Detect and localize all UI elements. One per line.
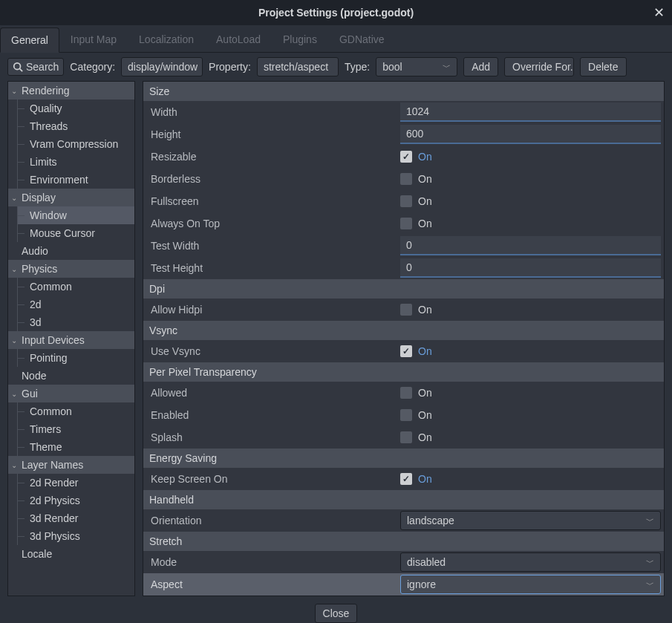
select-dropdown[interactable]: landscape﹀ bbox=[400, 511, 661, 530]
tree-item-2d-render[interactable]: 2d Render bbox=[18, 474, 134, 492]
tree-item-threads[interactable]: Threads bbox=[18, 117, 134, 135]
checkbox-wrap[interactable]: On bbox=[400, 173, 661, 185]
number-input[interactable]: 0 bbox=[400, 236, 661, 255]
tree-item-vram-compression[interactable]: Vram Compression bbox=[18, 135, 134, 153]
tree-item-limits[interactable]: Limits bbox=[18, 153, 134, 171]
close-icon[interactable]: ✕ bbox=[653, 4, 665, 21]
checkbox-text: On bbox=[418, 345, 432, 357]
property-panel[interactable]: SizeWidth1024Height600ResizableOnBorderl… bbox=[143, 81, 665, 596]
property-row-orientation: Orientationlandscape﹀ bbox=[143, 509, 664, 532]
number-input[interactable]: 1024 bbox=[400, 102, 661, 122]
checkbox-wrap[interactable]: On bbox=[400, 304, 661, 316]
property-value: On bbox=[400, 173, 664, 185]
property-label: Test Width bbox=[143, 236, 400, 255]
select-dropdown[interactable]: disabled﹀ bbox=[400, 552, 661, 572]
tree-item-3d-physics[interactable]: 3d Physics bbox=[18, 527, 134, 545]
tree-item-window[interactable]: Window bbox=[18, 206, 134, 224]
tree-item-timers[interactable]: Timers bbox=[18, 420, 134, 438]
property-value: On bbox=[400, 304, 664, 316]
close-button[interactable]: Close bbox=[315, 604, 358, 623]
tree-category-input-devices[interactable]: ⌄Input Devices bbox=[8, 331, 134, 349]
checkbox-wrap[interactable]: On bbox=[400, 345, 661, 357]
checkbox-wrap[interactable]: On bbox=[400, 387, 661, 399]
category-tree[interactable]: ⌄RenderingQualityThreadsVram Compression… bbox=[7, 81, 135, 596]
tree-item-quality[interactable]: Quality bbox=[18, 100, 134, 117]
tree-category-layer-names[interactable]: ⌄Layer Names bbox=[8, 456, 134, 474]
tree-item-label: Rendering bbox=[22, 85, 70, 97]
checkbox[interactable] bbox=[400, 173, 412, 185]
project-settings-dialog: Project Settings (project.godot) ✕ Gener… bbox=[0, 0, 672, 623]
type-label: Type: bbox=[345, 61, 370, 73]
tree-item-mouse-cursor[interactable]: Mouse Cursor bbox=[18, 224, 134, 242]
property-row-always-on-top: Always On TopOn bbox=[143, 212, 664, 235]
tree-category-display[interactable]: ⌄Display bbox=[8, 189, 134, 206]
property-row-test-height: Test Height0 bbox=[143, 257, 664, 279]
tree-item-common[interactable]: Common bbox=[18, 402, 134, 420]
checkbox[interactable] bbox=[400, 218, 412, 229]
checkbox[interactable] bbox=[400, 409, 412, 421]
property-row-splash: SplashOn bbox=[143, 426, 664, 449]
tree-item-pointing[interactable]: Pointing bbox=[18, 349, 134, 367]
checkbox-wrap[interactable]: On bbox=[400, 195, 661, 207]
checkbox[interactable] bbox=[400, 151, 412, 163]
property-value: disabled﹀ bbox=[400, 552, 664, 572]
add-button[interactable]: Add bbox=[463, 57, 498, 76]
tree-category-gui[interactable]: ⌄Gui bbox=[8, 385, 134, 402]
property-label: Width bbox=[143, 102, 400, 122]
override-button[interactable]: Override For... bbox=[504, 57, 574, 76]
checkbox-text: On bbox=[418, 218, 432, 229]
property-input[interactable]: stretch/aspect bbox=[257, 57, 339, 76]
tree-category-rendering[interactable]: ⌄Rendering bbox=[8, 82, 134, 100]
category-label: Category: bbox=[70, 61, 115, 73]
footer: Close bbox=[0, 596, 672, 623]
tree-category-physics[interactable]: ⌄Physics bbox=[8, 260, 134, 278]
tree-item-2d-physics[interactable]: 2d Physics bbox=[18, 492, 134, 509]
svg-line-1 bbox=[20, 69, 23, 72]
tab-input-map[interactable]: Input Map bbox=[59, 27, 128, 52]
category-input[interactable]: display/window bbox=[121, 57, 203, 76]
tree-item-3d[interactable]: 3d bbox=[18, 313, 134, 331]
tree-item-environment[interactable]: Environment bbox=[18, 171, 134, 189]
tab-plugins[interactable]: Plugins bbox=[272, 27, 328, 52]
tab-general[interactable]: General bbox=[0, 27, 59, 53]
tab-gdnative[interactable]: GDNative bbox=[328, 27, 396, 52]
tree-category-locale[interactable]: Locale bbox=[8, 545, 134, 563]
checkbox-wrap[interactable]: On bbox=[400, 473, 661, 485]
checkbox[interactable] bbox=[400, 473, 412, 485]
section-header-energy-saving: Energy Saving bbox=[143, 449, 664, 468]
checkbox[interactable] bbox=[400, 431, 412, 443]
chevron-down-icon: ⌄ bbox=[11, 87, 20, 95]
property-label: Borderless bbox=[143, 169, 400, 189]
tree-item-theme[interactable]: Theme bbox=[18, 438, 134, 456]
checkbox-wrap[interactable]: On bbox=[400, 218, 661, 229]
property-label: Splash bbox=[143, 428, 400, 447]
checkbox-text: On bbox=[418, 409, 432, 421]
checkbox[interactable] bbox=[400, 195, 412, 207]
tab-autoload[interactable]: AutoLoad bbox=[205, 27, 272, 52]
number-input[interactable]: 0 bbox=[400, 258, 661, 278]
chevron-down-icon: ⌄ bbox=[11, 265, 20, 273]
property-value: ignore﹀ bbox=[400, 575, 664, 594]
checkbox-text: On bbox=[418, 304, 432, 316]
number-input[interactable]: 600 bbox=[400, 125, 661, 144]
select-dropdown[interactable]: ignore﹀ bbox=[400, 575, 661, 594]
delete-button[interactable]: Delete bbox=[580, 57, 626, 76]
search-box[interactable]: Search bbox=[7, 58, 64, 76]
property-row-mode: Modedisabled﹀ bbox=[143, 551, 664, 573]
checkbox-wrap[interactable]: On bbox=[400, 151, 661, 163]
tab-localization[interactable]: Localization bbox=[128, 27, 205, 52]
checkbox-wrap[interactable]: On bbox=[400, 409, 661, 421]
tree-category-audio[interactable]: Audio bbox=[8, 242, 134, 260]
type-select[interactable]: bool ﹀ bbox=[376, 57, 457, 76]
property-row-width: Width1024 bbox=[143, 101, 664, 123]
checkbox[interactable] bbox=[400, 345, 412, 357]
checkbox-wrap[interactable]: On bbox=[400, 431, 661, 443]
checkbox[interactable] bbox=[400, 304, 412, 316]
tree-item-3d-render[interactable]: 3d Render bbox=[18, 509, 134, 527]
tree-item-2d[interactable]: 2d bbox=[18, 296, 134, 313]
checkbox[interactable] bbox=[400, 387, 412, 399]
tree-category-node[interactable]: Node bbox=[8, 367, 134, 385]
section-header-handheld: Handheld bbox=[143, 490, 664, 509]
property-row-allow-hidpi: Allow HidpiOn bbox=[143, 299, 664, 321]
tree-item-common[interactable]: Common bbox=[18, 278, 134, 296]
